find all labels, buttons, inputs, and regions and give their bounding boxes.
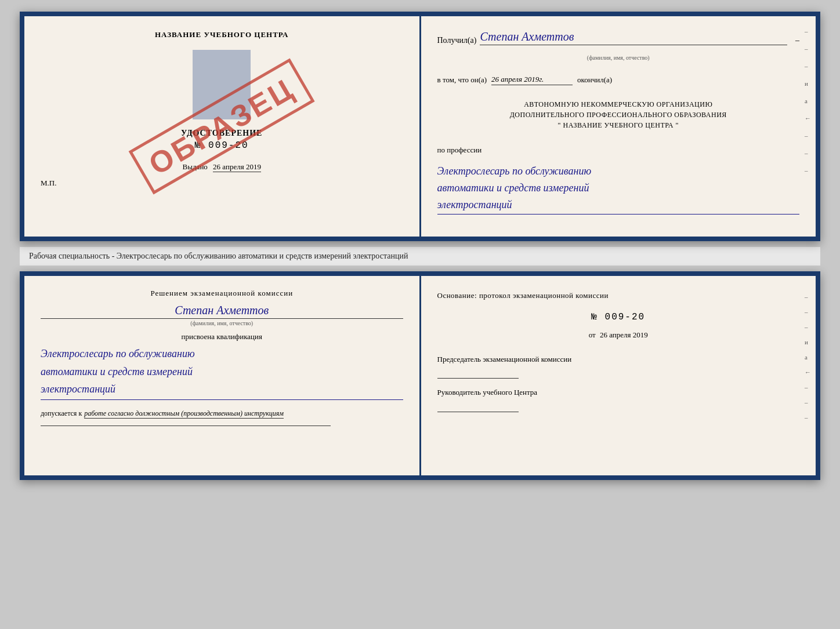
vydano-line: Выдано 26 апреля 2019 [183,162,261,172]
po-professii-label: по профессии [437,146,800,155]
org-block: АВТОНОМНУЮ НЕКОММЕРЧЕСКУЮ ОРГАНИЗАЦИЮ ДО… [437,99,800,130]
predsedatel-signature-line [437,367,519,379]
bottom-certificate-spread: Решением экзаменационной комиссии Степан… [20,271,820,480]
rukovoditel-label: Руководитель учебного Центра [437,387,800,398]
dopusk-label: допускается к [41,409,82,419]
ot-date-line: от 26 апреля 2019 [437,328,800,341]
poluchil-label: Получил(а) [437,36,477,45]
komissia-title: Решением экзаменационной комиссии [41,289,403,298]
rukovoditel-block: Руководитель учебного Центра [437,387,800,412]
specialty-line: Рабочая специальность - Электрослесарь п… [20,247,820,266]
bottom-cert-right-page: Основание: протокол экзаменационной коми… [421,276,816,475]
bottom-right-content: Основание: протокол экзаменационной коми… [437,289,800,412]
vydano-date: 26 апреля 2019 [213,162,261,172]
cert-number-top: № 009-20 [195,140,249,151]
course-end-date: 26 апреля 2019г. [491,75,573,85]
prisvoena-label: присвоена квалификация [41,332,403,341]
org-line1: АВТОНОМНУЮ НЕКОММЕРЧЕСКУЮ ОРГАНИЗАЦИЮ [437,99,800,110]
mp-label: М.П. [41,179,56,188]
top-certificate-spread: НАЗВАНИЕ УЧЕБНОГО ЦЕНТРА УДОСТОВЕРЕНИЕ №… [20,12,820,241]
osnovanie-label: Основание: протокол экзаменационной коми… [437,289,800,302]
bottom-right-side-marks: – – – и а ← – – – [805,293,811,421]
udostoverenie-title: УДОСТОВЕРЕНИЕ [181,129,262,138]
vtom-line: в том, что он(а) 26 апреля 2019г. окончи… [437,75,800,85]
school-name-top: НАЗВАНИЕ УЧЕБНОГО ЦЕНТРА [155,30,289,39]
rukovoditel-signature-line [437,401,519,412]
top-cert-left-page: НАЗВАНИЕ УЧЕБНОГО ЦЕНТРА УДОСТОВЕРЕНИЕ №… [24,16,421,237]
right-side-marks: – – – и а ← – – – [805,28,811,174]
profession-line3: электростанций [437,197,800,213]
predsedatel-block: Председатель экзаменационной комиссии [437,354,800,379]
kval-line2: автоматики и средств измерений [41,363,403,381]
kval-text: Электрослесарь по обслуживанию автоматик… [41,345,403,400]
vydano-label: Выдано [183,162,208,171]
specialty-text: Рабочая специальность - Электрослесарь п… [29,252,408,260]
kval-line1: Электрослесарь по обслуживанию [41,345,403,363]
photo-placeholder [193,50,251,119]
recipient-name: Степан Ахметтов [480,30,787,45]
fio-label-bottom: (фамилия, имя, отчество) [41,320,403,326]
profession-line2: автоматики и средств измерений [437,180,800,197]
bottom-cert-left-page: Решением экзаменационной комиссии Степан… [24,276,421,475]
dopusk-text: работе согласно должностным (производств… [84,409,284,419]
fio-label-top: (фамилия, имя, отчество) [437,54,800,61]
profession-text: Электрослесарь по обслуживанию автоматик… [437,163,800,214]
org-line3: " НАЗВАНИЕ УЧЕБНОГО ЦЕНТРА " [437,120,800,130]
okonchill-label: окончил(а) [577,75,612,85]
ot-label: от [589,330,596,339]
predsedatel-label: Председатель экзаменационной комиссии [437,354,800,365]
org-line2: ДОПОЛНИТЕЛЬНОГО ПРОФЕССИОНАЛЬНОГО ОБРАЗО… [437,110,800,120]
vtom-label: в том, что он(а) [437,75,487,85]
poluchil-line: Получил(а) Степан Ахметтов – [437,30,800,45]
komissia-name: Степан Ахметтов [41,304,403,319]
ot-date-value: 26 апреля 2019 [600,330,648,339]
dopuskaetsya-line: допускается к работе согласно должностны… [41,409,403,419]
top-cert-right-page: Получил(а) Степан Ахметтов – (фамилия, и… [421,16,816,237]
kval-line3: электростанций [41,380,403,398]
protocol-number: № 009-20 [437,309,800,326]
profession-line1: Электрослесарь по обслуживанию [437,163,800,180]
